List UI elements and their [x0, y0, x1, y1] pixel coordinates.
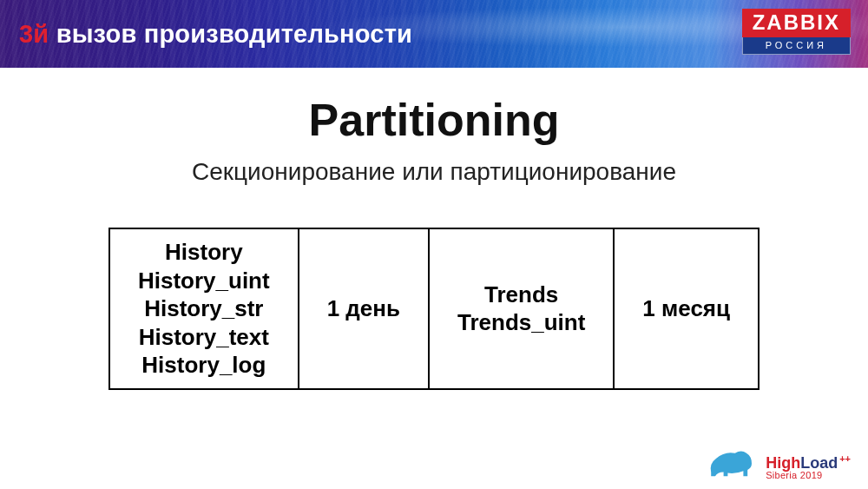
zabbix-badge: ZABBIX РОССИЯ: [742, 9, 851, 55]
bear-icon: [705, 444, 757, 480]
cell-history-interval: 1 день: [299, 228, 429, 389]
trends-item: Trends_uint: [457, 308, 585, 337]
header-banner: 3й вызов производительности ZABBIX РОССИ…: [0, 0, 868, 68]
header-title-number: 3й: [19, 20, 49, 48]
history-item: History_text: [138, 323, 270, 352]
footer: HighLoad++ Siberia 2019: [705, 444, 851, 480]
main-subtitle: Секционирование или партиционирование: [0, 158, 868, 186]
zabbix-sub: РОССИЯ: [742, 37, 851, 55]
highload-load: Load: [800, 454, 838, 472]
highload-plus: ++: [839, 453, 851, 464]
history-item: History_str: [138, 294, 270, 323]
header-title-text: вызов производительности: [56, 20, 412, 48]
table-row: History History_uint History_str History…: [109, 228, 759, 389]
zabbix-logo: ZABBIX: [742, 9, 851, 37]
history-item: History: [138, 238, 270, 267]
cell-trends-interval: 1 месяц: [614, 228, 759, 389]
main-title: Partitioning: [0, 94, 868, 146]
trends-item: Trends: [457, 281, 585, 309]
history-item: History_log: [138, 351, 270, 380]
history-item: History_uint: [138, 267, 270, 295]
highload-high: High: [766, 454, 800, 472]
highload-logo: HighLoad++ Siberia 2019: [766, 454, 851, 480]
header-title: 3й вызов производительности: [19, 20, 412, 49]
highload-sub: Siberia 2019: [766, 471, 851, 480]
cell-history-tables: History History_uint History_str History…: [109, 228, 299, 389]
partitioning-table: History History_uint History_str History…: [108, 228, 760, 390]
slide-content: Partitioning Секционирование или партици…: [0, 68, 868, 390]
cell-trends-tables: Trends Trends_uint: [429, 228, 614, 389]
